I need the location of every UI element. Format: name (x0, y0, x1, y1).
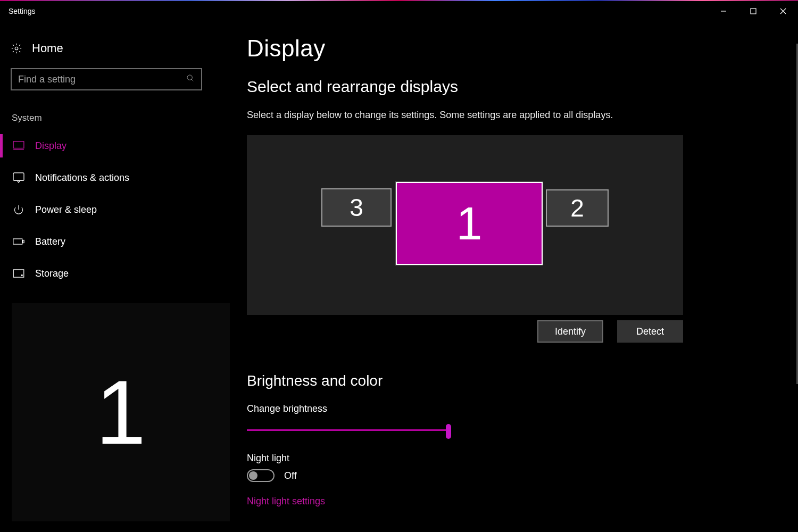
search-box[interactable] (11, 68, 202, 90)
svg-rect-9 (13, 173, 24, 181)
night-light-settings-link[interactable]: Night light settings (247, 496, 325, 507)
arrange-description: Select a display below to change its set… (247, 109, 787, 121)
sidebar-item-power-sleep[interactable]: Power & sleep (0, 194, 213, 226)
svg-rect-10 (13, 239, 22, 244)
brightness-slider[interactable] (247, 424, 451, 437)
brightness-label: Change brightness (247, 403, 787, 414)
svg-line-6 (192, 79, 193, 81)
sidebar-nav: Display Notifications & actions Power & … (0, 130, 213, 289)
slider-thumb[interactable] (446, 424, 451, 439)
monitor-tile-2[interactable]: 2 (546, 189, 609, 227)
sidebar-item-label: Battery (35, 236, 65, 247)
slider-track (247, 429, 451, 431)
storage-icon (13, 268, 24, 279)
window-controls (709, 1, 798, 21)
night-light-toggle[interactable] (247, 469, 275, 482)
brightness-heading: Brightness and color (247, 372, 787, 389)
arrange-heading: Select and rearrange displays (247, 78, 787, 96)
sidebar-item-display[interactable]: Display (0, 130, 213, 162)
identify-overlay: 1 (12, 303, 230, 521)
svg-point-13 (21, 275, 22, 276)
monitor-icon (13, 140, 24, 152)
notifications-icon (13, 172, 24, 184)
sidebar-category: System (0, 99, 213, 130)
detect-button[interactable]: Detect (617, 320, 683, 343)
sidebar-item-label: Power & sleep (35, 204, 97, 215)
content: Display Select and rearrange displays Se… (247, 35, 787, 532)
display-arrangement-area[interactable]: 3 1 2 (247, 135, 683, 315)
sidebar-item-label: Notifications & actions (35, 172, 129, 184)
night-light-label: Night light (247, 453, 787, 464)
page-title: Display (247, 35, 787, 62)
battery-icon (13, 236, 24, 247)
gear-icon (11, 43, 22, 54)
sidebar-item-storage[interactable]: Storage (0, 257, 213, 289)
sidebar-item-label: Display (35, 140, 66, 152)
night-light-state: Off (284, 470, 297, 481)
svg-rect-7 (13, 142, 24, 148)
svg-point-5 (187, 75, 192, 80)
sidebar-item-label: Storage (35, 268, 69, 279)
toggle-knob (249, 471, 257, 480)
maximize-button[interactable] (738, 1, 768, 21)
search-icon (186, 74, 195, 85)
svg-point-4 (15, 47, 18, 50)
identify-button[interactable]: Identify (537, 320, 603, 343)
close-button[interactable] (768, 1, 798, 21)
window-title: Settings (9, 7, 36, 15)
svg-rect-1 (751, 9, 756, 14)
sidebar-item-notifications[interactable]: Notifications & actions (0, 162, 213, 194)
titlebar: Settings (0, 1, 798, 21)
power-icon (13, 204, 24, 215)
minimize-button[interactable] (709, 1, 738, 21)
sidebar-item-battery[interactable]: Battery (0, 226, 213, 257)
search-input[interactable] (18, 74, 167, 85)
night-light-row: Off (247, 469, 787, 482)
home-nav[interactable]: Home (0, 32, 213, 65)
search-container (0, 65, 213, 99)
svg-rect-11 (23, 240, 24, 243)
monitor-tile-1[interactable]: 1 (396, 182, 543, 265)
home-label: Home (32, 41, 63, 55)
arrange-buttons: Identify Detect (247, 320, 683, 343)
monitor-tile-3[interactable]: 3 (321, 188, 392, 227)
